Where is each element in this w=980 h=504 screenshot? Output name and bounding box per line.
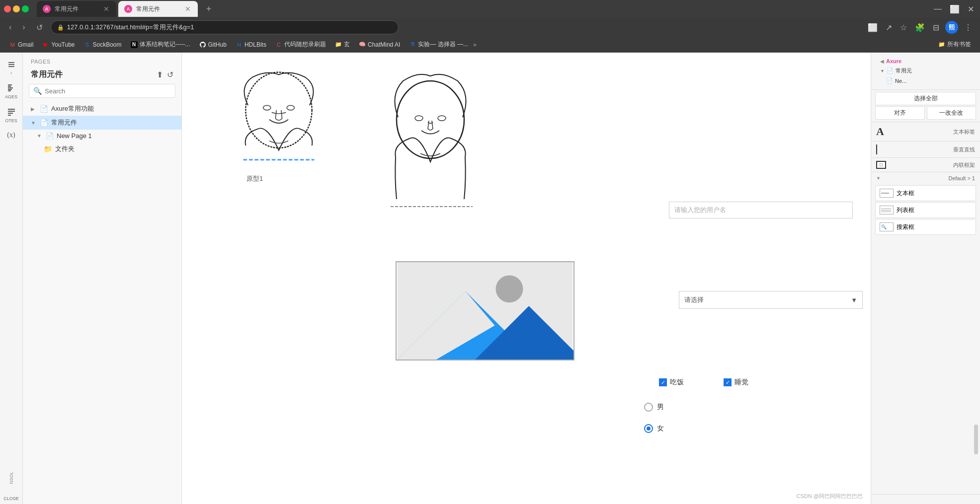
profile-button[interactable]: 熙 — [945, 21, 958, 34]
github-icon — [199, 41, 206, 48]
rp-tree-axure[interactable]: ◀ Axure — [876, 57, 975, 66]
tab-close-1[interactable]: ✕ — [102, 5, 110, 13]
rp-inline-header[interactable]: 内联框架 — [871, 158, 980, 172]
radio-male[interactable]: 男 — [644, 403, 664, 412]
sidebar-notes-btn[interactable]: OTES — [1, 104, 21, 126]
align-btn[interactable]: 对齐 — [875, 106, 925, 120]
bookmark-csdn[interactable]: C 代码随想录刷题 — [271, 39, 330, 50]
sidebar-toggle-icon[interactable]: ⊟ — [931, 21, 941, 34]
sockboom-icon: S — [84, 41, 91, 48]
close-window-icon[interactable]: ✕ — [966, 2, 976, 16]
checkbox-chifan[interactable]: ✓ 吃饭 — [659, 378, 684, 387]
all-bookmarks-label: 所有书签 — [947, 40, 971, 49]
bookmark-hdlbits[interactable]: H HDLBits — [232, 40, 270, 50]
rp-text-header[interactable]: A 文本标签 — [871, 122, 980, 141]
window-close-btn[interactable] — [4, 5, 11, 12]
window-min-btn[interactable] — [13, 5, 20, 12]
search-input[interactable] — [45, 87, 171, 95]
rp-tree-common[interactable]: ▼ 📄 常用元 — [876, 66, 975, 76]
tab-close-2[interactable]: ✕ — [184, 5, 192, 13]
back-button[interactable]: ‹ — [6, 21, 14, 34]
url-bar[interactable]: 🔒 127.0.0.1:32767/start.html#p=常用元件&g=1 — [51, 20, 399, 34]
tree-item-newpage1[interactable]: ▼ 📄 New Page 1 — [23, 130, 181, 142]
textfield-label: 文本框 — [897, 189, 914, 198]
watermark: CSDN @阿巴阿阿巴巴巴巴 — [797, 493, 863, 500]
bookmark-sockboom[interactable]: S SockBoom — [80, 40, 126, 50]
all-bookmarks-folder-icon: 📁 — [938, 41, 945, 48]
sidebar-pages-btn[interactable]: AGES — [1, 80, 21, 102]
bookmark-star-icon[interactable]: ☆ — [898, 21, 909, 34]
line-label-name: 垂直直线 — [953, 146, 975, 153]
browser-tab-2[interactable]: A 常用元件 ✕ — [118, 1, 198, 17]
menu-icon[interactable]: ⋮ — [962, 21, 974, 34]
pages-panel: PAGES 常用元件 ⬆ ↺ 🔍 ▶ 📄 Axure常用功能 ▼ 📄 — [23, 53, 182, 504]
export-button[interactable]: ⬆ — [157, 70, 163, 79]
checkbox-shuijiao[interactable]: ✓ 睡觉 — [724, 378, 748, 387]
list-label: 列表框 — [897, 206, 914, 215]
rp-list-btn[interactable]: 列表框 — [875, 202, 976, 218]
rp-tree-newpage[interactable]: 📄 Ne... — [876, 76, 975, 85]
right-scrollbar-thumb[interactable] — [974, 425, 978, 454]
gmail-icon: M — [9, 41, 16, 48]
svg-rect-1 — [8, 86, 11, 87]
window-controls — [4, 5, 29, 12]
forward-button[interactable]: › — [19, 21, 28, 34]
bookmark-gmail[interactable]: M Gmail — [5, 40, 37, 50]
checkbox-shuijiao-box[interactable]: ✓ — [724, 378, 732, 386]
rp-text-section: A 文本标签 — [871, 122, 980, 141]
vars-icon: (x) — [7, 131, 15, 139]
svg-rect-4 — [8, 90, 11, 91]
chatmind-icon: 🧠 — [359, 41, 366, 48]
checkbox-chifan-box[interactable]: ✓ — [659, 378, 667, 386]
maximize-icon[interactable]: ⬜ — [948, 2, 962, 16]
sidebar-collapse-btn[interactable]: ‹ — [1, 57, 21, 78]
tree-item-common[interactable]: ▼ 📄 常用元件 — [23, 116, 181, 130]
select-all-btn[interactable]: 选择全部 — [875, 92, 976, 105]
username-placeholder: 请输入您的用户名 — [674, 206, 726, 215]
select-dropdown[interactable]: 请选择 ▼ — [679, 291, 863, 309]
minimize-icon[interactable]: — — [932, 2, 944, 15]
distribute-btn[interactable]: 一改全改 — [927, 106, 977, 120]
reload-button[interactable]: ↺ — [33, 21, 46, 34]
svg-point-10 — [263, 105, 271, 110]
extensions-icon[interactable]: 🧩 — [913, 21, 927, 34]
screenshot-icon[interactable]: ⬜ — [866, 21, 880, 34]
sidebar-vars-btn[interactable]: (x) — [1, 128, 21, 142]
canvas-area[interactable]: 原型1 — [182, 53, 871, 504]
rp-search-btn[interactable]: 🔍 搜索框 — [875, 219, 976, 235]
share-icon[interactable]: ↗ — [884, 21, 894, 34]
tree-item-axure[interactable]: ▶ 📄 Axure常用功能 — [23, 102, 181, 116]
bookmark-chatmind[interactable]: 🧠 ChatMind AI — [355, 40, 404, 50]
search-box[interactable]: 🔍 — [29, 84, 175, 98]
checkbox-chifan-label: 吃饭 — [670, 378, 684, 387]
rp-textfield-btn[interactable]: 文本框 — [875, 185, 976, 201]
svg-rect-0 — [8, 84, 12, 85]
pages-icon — [6, 83, 16, 93]
radio-female[interactable]: 女 — [644, 424, 664, 433]
browser-tab-1[interactable]: A 常用元件 ✕ — [37, 1, 116, 17]
rp-line-header[interactable]: 垂直直线 — [871, 142, 980, 157]
username-input[interactable]: 请输入您的用户名 — [669, 202, 853, 218]
more-bookmarks[interactable]: » — [473, 41, 477, 48]
refresh-button[interactable]: ↺ — [167, 70, 173, 79]
new-tab-button[interactable]: + — [202, 2, 216, 16]
bookmark-experiment[interactable]: ⚗ 实验— 选择器 —... — [405, 39, 472, 50]
pages-title: 常用元件 — [31, 70, 63, 80]
svg-rect-2 — [8, 87, 13, 88]
tree-item-folder[interactable]: 📁 文件夹 — [23, 142, 181, 156]
close-btn[interactable]: CLOSE — [1, 493, 21, 504]
bookmark-youtube[interactable]: ▶ YouTube — [38, 40, 79, 50]
all-bookmarks-button[interactable]: 📁 所有书签 — [934, 39, 975, 50]
console-btn[interactable]: NSOL — [1, 469, 21, 487]
window-max-btn[interactable] — [22, 5, 29, 12]
bookmark-notion-label: 体系结构笔记-----... — [140, 40, 190, 49]
bookmark-notion[interactable]: N 体系结构笔记-----... — [127, 39, 194, 50]
tree-label-folder: 文件夹 — [55, 144, 75, 153]
svg-rect-7 — [8, 113, 13, 114]
bookmark-github[interactable]: GitHub — [195, 40, 231, 50]
console-label: NSOL — [9, 472, 14, 484]
rp-default-header[interactable]: ▼ Default > 1 — [871, 172, 980, 184]
radio-female-btn[interactable] — [644, 424, 653, 433]
bookmark-xuan[interactable]: 📁 玄 — [331, 39, 354, 50]
radio-male-btn[interactable] — [644, 403, 653, 412]
